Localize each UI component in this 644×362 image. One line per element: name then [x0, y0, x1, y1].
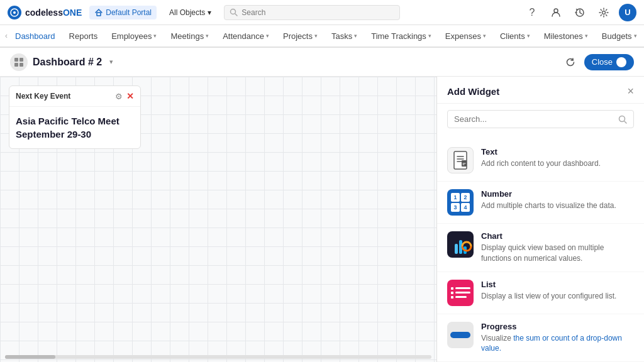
employees-caret-icon: ▾	[153, 33, 157, 39]
clients-caret-icon: ▾	[527, 33, 530, 39]
settings-icon[interactable]	[595, 4, 613, 21]
widget-settings-icon[interactable]: ⚙	[115, 92, 123, 101]
attendance-caret-icon: ▾	[266, 33, 269, 39]
history-icon[interactable]	[571, 4, 589, 21]
list-item-text[interactable]: Text Add rich content to your dashboard.	[437, 140, 644, 182]
nav-item-budgets[interactable]: Budgets ▾	[596, 25, 643, 48]
user-icon[interactable]	[547, 4, 565, 21]
portal-label: Default Portal	[106, 8, 152, 17]
nav-prev-arrow[interactable]: ‹	[5, 25, 8, 47]
global-search[interactable]	[224, 5, 400, 20]
page-header-left: Dashboard # 2 ▾	[10, 53, 113, 71]
nav-label-clients: Clients	[500, 31, 525, 41]
panel-close-button[interactable]: ×	[627, 85, 634, 97]
milestones-caret-icon: ▾	[585, 33, 588, 39]
widget-title: Next Key Event	[16, 92, 70, 101]
number-widget-desc: Add multiple charts to visualize the dat…	[481, 200, 634, 211]
search-input[interactable]	[242, 8, 394, 17]
search-icon	[230, 8, 238, 16]
text-widget-icon	[447, 147, 474, 173]
list-widget-info: List Display a list view of your configu…	[481, 280, 634, 302]
nav-item-meetings[interactable]: Meetings ▾	[164, 25, 215, 48]
nav-item-projects[interactable]: Projects ▾	[277, 25, 324, 48]
panel-header: Add Widget ×	[437, 77, 644, 104]
nav-item-expenses[interactable]: Expenses ▾	[439, 25, 492, 48]
panel-search-icon	[618, 115, 627, 124]
nav-item-tasks[interactable]: Tasks ▾	[325, 25, 364, 48]
event-line1: Asia Pacific Telco Meet	[16, 116, 119, 126]
meetings-caret-icon: ▾	[206, 33, 209, 39]
projects-caret-icon: ▾	[314, 33, 318, 39]
text-widget-name: Text	[481, 147, 634, 156]
widget-event-text: Asia Pacific Telco Meet September 29-30	[16, 114, 134, 141]
nav-label-milestones: Milestones	[544, 31, 583, 41]
timetrackings-caret-icon: ▾	[428, 33, 431, 39]
progress-widget-name: Progress	[481, 322, 634, 331]
list-item-chart[interactable]: Chart Display quick view based on multip…	[437, 224, 644, 272]
dashboard-icon	[10, 53, 28, 71]
panel-search-bar[interactable]	[447, 110, 634, 128]
text-widget-desc: Add rich content to your dashboard.	[481, 158, 634, 169]
nav-item-employees[interactable]: Employees ▾	[105, 25, 163, 48]
list-item-list[interactable]: List Display a list view of your configu…	[437, 272, 644, 314]
svg-point-1	[13, 11, 16, 14]
number-widget-info: Number Add multiple charts to visualize …	[481, 189, 634, 211]
nav-label-attendance: Attendance	[223, 31, 264, 41]
main-area: Next Key Event ⚙ ✕ Asia Pacific Telco Me…	[0, 77, 644, 362]
logo: codelessONE	[8, 6, 82, 19]
topbar-icons: ? U	[523, 4, 636, 21]
portal-button[interactable]: Default Portal	[89, 6, 157, 19]
toggle-circle	[616, 57, 626, 67]
logo-text: codelessONE	[25, 8, 82, 18]
topbar: codelessONE Default Portal All Objects ▾…	[0, 0, 644, 25]
nav-item-clients[interactable]: Clients ▾	[494, 25, 536, 48]
panel-search-input[interactable]	[454, 114, 613, 124]
horizontal-scrollbar[interactable]	[0, 354, 436, 359]
avatar[interactable]: U	[619, 4, 636, 21]
list-item-progress[interactable]: Progress Visualize the sum or count of a…	[437, 314, 644, 362]
progress-widget-desc: Visualize the sum or count of a drop-dow…	[481, 333, 634, 354]
add-widget-panel: Add Widget ×	[436, 77, 644, 362]
list-item-number[interactable]: 1 2 3 4 Number Add multiple charts to vi…	[437, 182, 644, 224]
nav-label-dashboard: Dashboard	[15, 31, 55, 41]
nav-label-employees: Employees	[111, 31, 152, 41]
page-header-right: Close	[562, 53, 634, 71]
widget-close-icon[interactable]: ✕	[126, 91, 134, 101]
page-title-caret-icon[interactable]: ▾	[109, 58, 113, 66]
navbar: ‹ Dashboard Reports Employees ▾ Meetings…	[0, 25, 644, 48]
panel-title: Add Widget	[447, 86, 499, 97]
widget-list: Text Add rich content to your dashboard.…	[437, 134, 644, 362]
nav-item-milestones[interactable]: Milestones ▾	[538, 25, 594, 48]
chart-widget-desc: Display quick view based on multiple fun…	[481, 243, 634, 264]
nav-item-reports[interactable]: Reports	[63, 25, 104, 48]
list-widget-icon	[447, 280, 474, 306]
page-title: Dashboard # 2	[33, 57, 102, 68]
chart-widget-name: Chart	[481, 231, 634, 241]
number-widget-icon: 1 2 3 4	[447, 189, 474, 216]
nav-item-timetrackings[interactable]: Time Trackings ▾	[365, 25, 438, 48]
nav-label-meetings: Meetings	[170, 31, 204, 41]
svg-rect-2	[97, 13, 101, 16]
tasks-caret-icon: ▾	[354, 33, 357, 39]
svg-point-4	[554, 9, 558, 13]
refresh-button[interactable]	[562, 53, 579, 71]
close-button[interactable]: Close	[584, 54, 634, 70]
page-header: Dashboard # 2 ▾ Close	[0, 48, 644, 77]
nav-item-attendance[interactable]: Attendance ▾	[216, 25, 275, 48]
svg-rect-7	[14, 58, 18, 62]
logo-icon	[8, 6, 21, 19]
widget-header: Next Key Event ⚙ ✕	[9, 86, 140, 107]
all-objects-button[interactable]: All Objects ▾	[164, 6, 216, 19]
objects-label: All Objects	[169, 8, 205, 17]
scrollbar-thumb[interactable]	[5, 355, 55, 359]
grid-area[interactable]: Next Key Event ⚙ ✕ Asia Pacific Telco Me…	[0, 77, 436, 362]
help-icon[interactable]: ?	[523, 4, 541, 21]
scrollbar-track	[5, 355, 431, 359]
progress-widget-info: Progress Visualize the sum or count of a…	[481, 322, 634, 354]
nav-label-timetrackings: Time Trackings	[371, 31, 426, 41]
svg-rect-10	[19, 63, 23, 67]
progress-widget-icon	[447, 322, 474, 348]
event-line2: September 29-30	[16, 129, 91, 140]
nav-label-reports: Reports	[69, 31, 98, 41]
nav-item-dashboard[interactable]: Dashboard	[9, 25, 62, 48]
